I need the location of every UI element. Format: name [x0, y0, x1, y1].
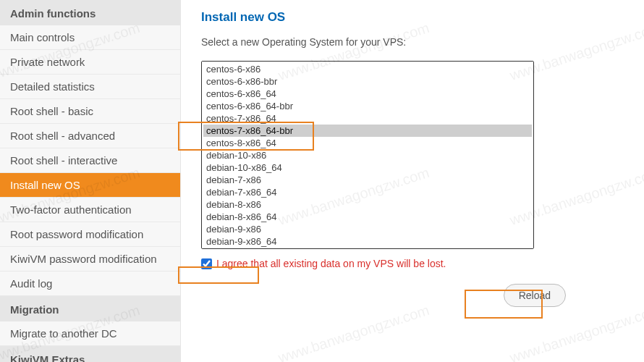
- instruction-text: Select a new Operating System for your V…: [201, 36, 624, 48]
- sidebar-item[interactable]: Two-factor authentication: [0, 198, 180, 222]
- sidebar-section-header: KiwiVM Extras: [0, 346, 180, 362]
- agree-checkbox[interactable]: [201, 258, 212, 269]
- sidebar-item[interactable]: Install new OS: [0, 173, 180, 198]
- os-option[interactable]: debian-10-x86: [203, 149, 532, 161]
- os-option[interactable]: centos-7-x86_64-bbr: [203, 125, 532, 137]
- os-option[interactable]: centos-6-x86_64-bbr: [203, 100, 532, 112]
- sidebar-item[interactable]: Private network: [0, 50, 180, 75]
- os-option[interactable]: centos-6-x86-bbr: [203, 75, 532, 88]
- os-option[interactable]: debian-7-x86_64: [203, 186, 532, 198]
- sidebar-item[interactable]: Audit log: [0, 272, 180, 296]
- os-option[interactable]: debian-10-x86_64: [203, 161, 532, 174]
- sidebar-item[interactable]: KiwiVM password modification: [0, 247, 180, 272]
- reload-button[interactable]: Reload: [504, 284, 566, 307]
- agree-label[interactable]: I agree that all existing data on my VPS…: [216, 258, 446, 269]
- os-option[interactable]: debian-9-x86_64: [203, 235, 532, 248]
- os-select[interactable]: centos-6-x86centos-6-x86-bbrcentos-6-x86…: [201, 61, 534, 249]
- os-option[interactable]: debian-7-x86: [203, 174, 532, 186]
- sidebar: Admin functionsMain controlsPrivate netw…: [0, 0, 181, 362]
- os-option[interactable]: centos-6-x86_64: [203, 88, 532, 100]
- os-option[interactable]: centos-7-x86_64: [203, 112, 532, 125]
- sidebar-item[interactable]: Detailed statistics: [0, 75, 180, 99]
- sidebar-item[interactable]: Root shell - basic: [0, 99, 180, 124]
- sidebar-item[interactable]: Root shell - advanced: [0, 124, 180, 148]
- sidebar-item[interactable]: Main controls: [0, 25, 180, 50]
- main-panel: Install new OS Select a new Operating Sy…: [181, 0, 644, 362]
- sidebar-item[interactable]: Root password modification: [0, 222, 180, 247]
- os-option[interactable]: centos-8-x86_64: [203, 137, 532, 149]
- sidebar-section-header: Migration: [0, 296, 180, 321]
- page-title: Install new OS: [201, 10, 624, 25]
- os-option[interactable]: debian-8-x86: [203, 198, 532, 211]
- sidebar-item[interactable]: Migrate to another DC: [0, 321, 180, 346]
- os-option[interactable]: centos-6-x86: [203, 63, 532, 75]
- sidebar-section-header: Admin functions: [0, 0, 180, 25]
- sidebar-item[interactable]: Root shell - interactive: [0, 148, 180, 173]
- os-option[interactable]: debian-9-x86: [203, 223, 532, 235]
- os-option[interactable]: debian-8-x86_64: [203, 211, 532, 223]
